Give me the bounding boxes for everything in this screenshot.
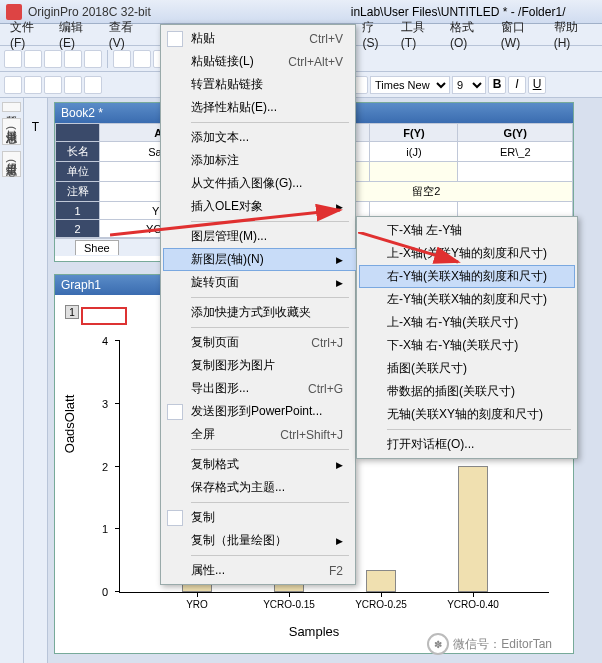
tool-icon[interactable] (64, 76, 82, 94)
legend-box[interactable] (81, 307, 127, 325)
menu-item[interactable]: 全屏Ctrl+Shift+J (163, 423, 363, 446)
menu-item[interactable]: 添加标注 (163, 149, 363, 172)
app-title: OriginPro 2018C 32-bit (28, 5, 151, 19)
italic-icon[interactable]: I (508, 76, 526, 94)
menu-item[interactable]: 无轴(关联XY轴的刻度和尺寸) (359, 403, 575, 426)
menu-tools[interactable]: 工具(T) (401, 19, 438, 50)
bold-icon[interactable]: B (488, 76, 506, 94)
menu-item[interactable]: 复制（批量绘图）▶ (163, 529, 363, 552)
menu-item[interactable]: 选择性粘贴(E)... (163, 96, 363, 119)
title-path: inLab\User Files\UNTITLED * - /Folder1/ (351, 5, 566, 19)
bar[interactable] (366, 570, 396, 592)
left-tab-bar: 快速帮助 消息日志 (1) 提示日志 (5) (0, 98, 24, 663)
menu-item[interactable]: 插图(关联尺寸) (359, 357, 575, 380)
sheet-tab[interactable]: Shee (75, 240, 119, 255)
menu-file[interactable]: 文件(F) (10, 19, 47, 50)
bar[interactable] (458, 466, 488, 592)
menu-edit[interactable]: 编辑(E) (59, 19, 97, 50)
font-select[interactable]: Times New (370, 76, 450, 94)
tab-hintlog[interactable]: 提示日志 (5) (2, 151, 21, 178)
x-tick: YCRO-0.40 (447, 599, 499, 610)
tool-icon[interactable] (133, 50, 151, 68)
tab-quickhelp[interactable]: 快速帮助 (2, 102, 21, 112)
menu-item[interactable]: 打开对话框(O)... (359, 433, 575, 456)
menu-item[interactable]: 上-X轴 右-Y轴(关联尺寸) (359, 311, 575, 334)
menu-item[interactable]: 下-X轴 右-Y轴(关联尺寸) (359, 334, 575, 357)
menu-item[interactable]: 左-Y轴(关联X轴的刻度和尺寸) (359, 288, 575, 311)
y-tick: 0 (102, 586, 108, 598)
x-axis-label: Samples (289, 624, 340, 639)
menu-item[interactable]: 添加文本... (163, 126, 363, 149)
red-arrow (358, 232, 478, 272)
tool-icon[interactable] (24, 76, 42, 94)
app-icon (6, 4, 22, 20)
svg-line-1 (358, 232, 458, 262)
context-menu: 粘贴Ctrl+V粘贴链接(L)Ctrl+Alt+V转置粘贴链接选择性粘贴(E).… (160, 24, 356, 585)
menu-item[interactable]: 添加快捷方式到收藏夹 (163, 301, 363, 324)
menu-view[interactable]: 查看(V) (109, 19, 147, 50)
layer-number[interactable]: 1 (65, 305, 79, 319)
menu-item[interactable]: 新图层(轴)(N)▶ (163, 248, 363, 271)
x-tick: YCRO-0.15 (263, 599, 315, 610)
tool-icon[interactable] (44, 50, 62, 68)
tool-icon[interactable] (113, 50, 131, 68)
tab-msglog[interactable]: 消息日志 (1) (2, 118, 21, 145)
menu-window[interactable]: 窗口(W) (501, 19, 542, 50)
underline-icon[interactable]: U (528, 76, 546, 94)
y-tick: 1 (102, 523, 108, 535)
menu-item[interactable]: 转置粘贴链接 (163, 73, 363, 96)
fontsize-select[interactable]: 9 (452, 76, 486, 94)
svg-line-0 (110, 210, 340, 235)
y-tick: 4 (102, 335, 108, 347)
y-tick: 3 (102, 398, 108, 410)
menu-item[interactable]: 复制页面Ctrl+J (163, 331, 363, 354)
menu-item[interactable]: 粘贴Ctrl+V (163, 27, 363, 50)
tool-icon[interactable] (64, 50, 82, 68)
menu-item[interactable]: 从文件插入图像(G)... (163, 172, 363, 195)
graph-title[interactable]: Graph1 (61, 278, 101, 292)
menu-help[interactable]: 帮助(H) (554, 19, 592, 50)
menu-s[interactable]: 疗(S) (362, 19, 388, 50)
menu-item[interactable]: 发送图形到PowerPoint... (163, 400, 363, 423)
text-icon[interactable]: T (32, 120, 39, 134)
tool-icon[interactable] (24, 50, 42, 68)
menu-item[interactable]: 导出图形...Ctrl+G (163, 377, 363, 400)
y-axis-label: OadsOlatt (62, 395, 77, 454)
tool-icon[interactable] (4, 76, 22, 94)
y-tick: 2 (102, 461, 108, 473)
menu-item[interactable]: 旋转页面▶ (163, 271, 363, 294)
tool-icon[interactable] (84, 76, 102, 94)
x-tick: YCRO-0.25 (355, 599, 407, 610)
red-arrow (110, 200, 360, 240)
menu-item[interactable]: 复制 (163, 506, 363, 529)
watermark: ✽ 微信号：EditorTan (427, 633, 552, 655)
tool-icon[interactable] (4, 50, 22, 68)
tool-icon[interactable] (44, 76, 62, 94)
menu-item[interactable]: 复制图形为图片 (163, 354, 363, 377)
x-tick: YRO (186, 599, 208, 610)
tool-icon[interactable] (84, 50, 102, 68)
wechat-icon: ✽ (427, 633, 449, 655)
menu-item[interactable]: 带数据的插图(关联尺寸) (359, 380, 575, 403)
menu-item[interactable]: 保存格式为主题... (163, 476, 363, 499)
menu-item[interactable]: 复制格式▶ (163, 453, 363, 476)
tool-palette: T (24, 98, 48, 663)
menu-format[interactable]: 格式(O) (450, 19, 489, 50)
menu-item[interactable]: 粘贴链接(L)Ctrl+Alt+V (163, 50, 363, 73)
menu-item[interactable]: 属性...F2 (163, 559, 363, 582)
